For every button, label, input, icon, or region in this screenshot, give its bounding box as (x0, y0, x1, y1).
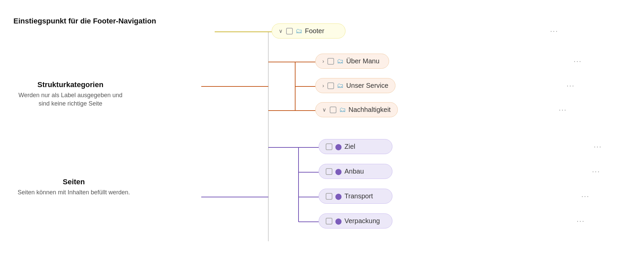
verpackung-label: Verpackung (344, 217, 380, 225)
transport-label: Transport (344, 192, 373, 200)
transport-circle-icon: ⬤ (335, 193, 342, 200)
transport-pill[interactable]: ⬤ Transport (319, 189, 392, 204)
verpackung-checkbox[interactable] (326, 218, 332, 224)
footer-chevron: ∨ (279, 28, 283, 34)
anbau-circle-icon: ⬤ (335, 168, 342, 175)
anbau-pill[interactable]: ⬤ Anbau (319, 164, 392, 179)
ziel-more-button[interactable]: ··· (594, 142, 602, 151)
transport-node[interactable]: ⬤ Transport ··· (319, 189, 589, 204)
right-panel: ∨ 🗂 Footer ··· › 🗂 Über Manu ··· › 🗂 (201, 13, 644, 246)
verpackung-node[interactable]: ⬤ Verpackung ··· (319, 213, 585, 229)
footer-more-button[interactable]: ··· (550, 27, 558, 36)
ziel-pill[interactable]: ⬤ Ziel (319, 139, 392, 154)
struktur-desc: Werden nur als Label ausgegeben und sind… (13, 91, 127, 108)
seiten-desc: Seiten können mit Inhalten befüllt werde… (13, 188, 134, 197)
ziel-label: Ziel (344, 143, 355, 150)
nachhaltigkeit-chevron: ∨ (322, 107, 326, 113)
unser-service-label: Unser Service (346, 82, 388, 89)
anbau-more-button[interactable]: ··· (592, 167, 600, 176)
nachhaltigkeit-node[interactable]: ∨ 🗂 Nachhaltigkeit ··· (315, 102, 567, 117)
transport-more-button[interactable]: ··· (581, 192, 589, 201)
footer-checkbox[interactable] (286, 28, 293, 35)
uber-manu-chevron: › (322, 58, 324, 64)
seiten-title: Seiten (13, 178, 134, 186)
verpackung-more-button[interactable]: ··· (577, 217, 585, 225)
struktur-annotation: Strukturkategorien Werden nur als Label … (13, 80, 127, 108)
nachhaltigkeit-more-button[interactable]: ··· (559, 106, 567, 114)
unser-service-checkbox[interactable] (327, 82, 334, 89)
uber-manu-label: Über Manu (346, 57, 379, 65)
verpackung-circle-icon: ⬤ (335, 217, 342, 225)
main-container: Einstiegspunkt für die Footer-Navigation… (0, 0, 644, 259)
nachhaltigkeit-pill[interactable]: ∨ 🗂 Nachhaltigkeit (315, 102, 398, 117)
footer-pill[interactable]: ∨ 🗂 Footer (272, 23, 345, 39)
entry-point-title: Einstiegspunkt für die Footer-Navigation (13, 17, 156, 25)
uber-manu-checkbox[interactable] (327, 58, 334, 65)
transport-checkbox[interactable] (326, 193, 332, 200)
unser-service-folder-icon: 🗂 (337, 82, 343, 89)
struktur-title: Strukturkategorien (13, 80, 127, 89)
unser-service-chevron: › (322, 83, 324, 89)
connector-lines (201, 13, 644, 246)
unser-service-node[interactable]: › 🗂 Unser Service ··· (315, 78, 575, 93)
uber-manu-folder-icon: 🗂 (337, 57, 343, 65)
ziel-circle-icon: ⬤ (335, 143, 342, 150)
anbau-node[interactable]: ⬤ Anbau ··· (319, 164, 600, 179)
nachhaltigkeit-label: Nachhaltigkeit (348, 106, 391, 114)
uber-manu-pill[interactable]: › 🗂 Über Manu (315, 54, 389, 69)
verpackung-pill[interactable]: ⬤ Verpackung (319, 213, 392, 229)
anbau-label: Anbau (344, 168, 364, 175)
anbau-checkbox[interactable] (326, 168, 332, 175)
nachhaltigkeit-checkbox[interactable] (330, 107, 336, 113)
nachhaltigkeit-folder-icon: 🗂 (339, 106, 346, 114)
ziel-node[interactable]: ⬤ Ziel ··· (319, 139, 602, 154)
ziel-checkbox[interactable] (326, 143, 332, 150)
unser-service-pill[interactable]: › 🗂 Unser Service (315, 78, 395, 93)
footer-node[interactable]: ∨ 🗂 Footer ··· (272, 23, 558, 39)
entry-point-annotation: Einstiegspunkt für die Footer-Navigation (13, 17, 156, 25)
uber-manu-more-button[interactable]: ··· (574, 57, 582, 66)
seiten-annotation: Seiten Seiten können mit Inhalten befüll… (13, 178, 134, 197)
uber-manu-node[interactable]: › 🗂 Über Manu ··· (315, 54, 582, 69)
left-panel: Einstiegspunkt für die Footer-Navigation… (0, 13, 201, 246)
footer-folder-icon: 🗂 (296, 27, 302, 35)
footer-label: Footer (305, 27, 324, 35)
unser-service-more-button[interactable]: ··· (567, 81, 575, 90)
